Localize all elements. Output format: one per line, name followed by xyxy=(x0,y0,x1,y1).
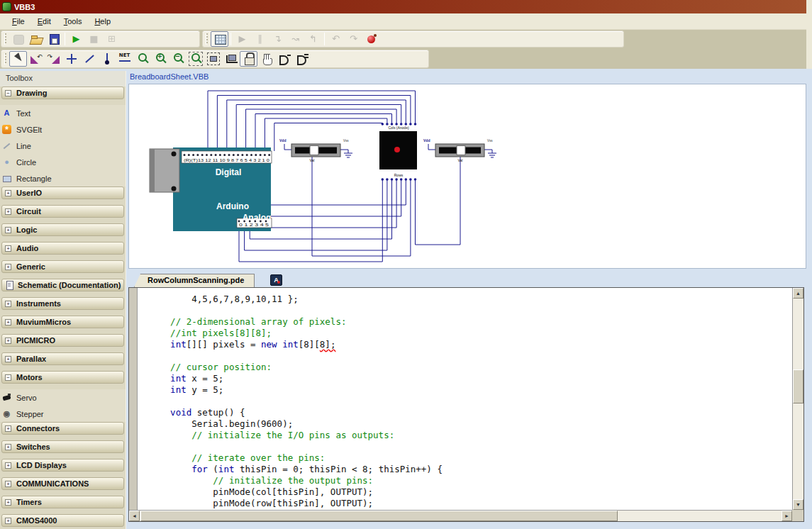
toolbox-item-circle[interactable]: ●Circle xyxy=(0,154,126,170)
toolbox-section-audio[interactable]: +Audio xyxy=(1,242,124,255)
collapse-icon[interactable]: − xyxy=(5,90,11,96)
toolbox-section-lcd-displays[interactable]: +LCD Displays xyxy=(1,459,124,472)
toolbox-section-switches[interactable]: +Switches xyxy=(1,440,124,453)
menu-file[interactable]: File xyxy=(6,15,31,28)
expand-icon[interactable]: + xyxy=(5,356,11,362)
wire[interactable] xyxy=(416,157,461,245)
pin[interactable] xyxy=(386,178,389,181)
line-tool[interactable] xyxy=(80,51,98,67)
expand-icon[interactable]: + xyxy=(5,425,11,432)
toolbox-item-rectangle[interactable]: Rectangle xyxy=(0,170,126,186)
pin[interactable] xyxy=(395,123,398,126)
gate-output-tool[interactable] xyxy=(293,51,311,67)
pin[interactable] xyxy=(400,123,403,126)
pin[interactable] xyxy=(246,154,248,156)
expand-icon[interactable]: + xyxy=(5,301,11,307)
wire[interactable] xyxy=(250,180,391,239)
pin[interactable] xyxy=(215,154,217,156)
pin[interactable] xyxy=(201,154,204,156)
expand-icon[interactable]: + xyxy=(5,264,11,270)
breadboard-tab[interactable]: BreadboardSheet.VBB xyxy=(128,71,806,84)
pin[interactable] xyxy=(386,123,389,126)
step-into-button[interactable]: ↴ xyxy=(269,31,287,47)
pin[interactable] xyxy=(241,154,243,156)
expand-icon[interactable]: + xyxy=(5,499,11,506)
pin[interactable] xyxy=(228,154,230,156)
redo-button[interactable]: ↷ xyxy=(345,31,362,47)
arduino-file-icon[interactable]: A xyxy=(270,274,282,286)
new-button[interactable] xyxy=(9,31,27,47)
toolbox-item-line[interactable]: Line xyxy=(0,138,126,154)
menu-tools[interactable]: Tools xyxy=(57,15,89,28)
pin[interactable] xyxy=(219,154,221,156)
wire[interactable] xyxy=(255,180,396,228)
pin[interactable] xyxy=(265,221,267,223)
debug-pause-button[interactable]: ∥ xyxy=(251,31,269,47)
toolbox-section-communications[interactable]: +COMMUNICATIONS xyxy=(1,477,124,490)
pin[interactable] xyxy=(192,154,194,156)
scroll-right-button[interactable]: ► xyxy=(782,511,792,521)
toolbox-item-stepper[interactable]: ◉Stepper xyxy=(0,406,126,422)
toolbox-section-motors[interactable]: −Motors xyxy=(1,371,124,384)
wire[interactable] xyxy=(340,150,348,153)
pin[interactable] xyxy=(414,123,417,126)
toolbox-section-drawing[interactable]: −Drawing xyxy=(1,87,124,99)
expand-icon[interactable]: + xyxy=(5,208,11,215)
pin[interactable] xyxy=(255,154,257,156)
toolbar-gripper[interactable] xyxy=(4,33,6,45)
toolbar-gripper[interactable] xyxy=(4,53,6,65)
pin[interactable] xyxy=(254,221,256,223)
wire[interactable] xyxy=(260,180,401,228)
code-editor[interactable]: 4,5,6,7,8,9,10,11 }; // 2-dimensional ar… xyxy=(128,287,804,522)
move-tool[interactable] xyxy=(62,51,80,67)
stop-button[interactable]: ■ xyxy=(85,31,103,47)
pin[interactable] xyxy=(405,178,408,181)
stop-debug-button[interactable] xyxy=(362,31,380,47)
zoom-out-tool[interactable]: − xyxy=(169,51,187,67)
pin-tool[interactable] xyxy=(98,51,116,67)
toolbox-section-generic[interactable]: +Generic xyxy=(1,260,124,273)
pin[interactable] xyxy=(391,178,394,181)
wire[interactable] xyxy=(227,100,406,151)
align-chip-tool[interactable] xyxy=(222,51,240,67)
toolbox-item-text[interactable]: AText xyxy=(0,105,126,121)
scroll-left-button[interactable]: ◄ xyxy=(129,511,140,521)
pin[interactable] xyxy=(243,221,245,223)
pin[interactable] xyxy=(223,154,226,156)
toolbox-item-svgelt[interactable]: *SVGElt xyxy=(0,121,126,138)
toolbar-gripper[interactable] xyxy=(206,33,208,45)
toolbox-section-logic[interactable]: +Logic xyxy=(1,223,124,236)
wire[interactable] xyxy=(312,157,411,256)
pin[interactable] xyxy=(260,154,262,156)
step-over-button[interactable]: ↝ xyxy=(287,31,304,47)
wire[interactable] xyxy=(284,144,291,150)
pan-tool[interactable] xyxy=(257,51,275,67)
toolbox-section-timers[interactable]: +Timers xyxy=(1,496,124,508)
pin[interactable] xyxy=(395,178,398,181)
pot-right[interactable]: Vdd Vss Val xyxy=(423,138,493,162)
title-bar[interactable]: VBB3 xyxy=(0,0,806,13)
pin[interactable] xyxy=(382,178,384,181)
toolbox-section-connectors[interactable]: +Connectors xyxy=(1,422,124,435)
rotate-left-tool[interactable] xyxy=(27,51,45,67)
toolbox-section-schematic-documentation-[interactable]: Schematic (Documentation) xyxy=(1,279,124,291)
menu-help[interactable]: Help xyxy=(88,15,117,28)
pin[interactable] xyxy=(233,154,235,156)
pin[interactable] xyxy=(400,178,403,181)
zoom-tool[interactable] xyxy=(133,51,151,67)
pin[interactable] xyxy=(250,154,252,156)
led-matrix[interactable]: Cols (Anode) Rows xyxy=(379,123,417,181)
horizontal-scroll-thumb[interactable] xyxy=(140,511,618,521)
select-tool[interactable] xyxy=(9,51,27,67)
toolbox-section-instruments[interactable]: +Instruments xyxy=(1,297,124,310)
undo-button[interactable]: ↶ xyxy=(327,31,345,47)
pin[interactable] xyxy=(188,154,190,156)
expand-icon[interactable]: + xyxy=(5,245,11,252)
pot-right-handle[interactable] xyxy=(457,146,465,155)
horizontal-scrollbar[interactable]: ◄ ► xyxy=(129,510,792,521)
pin[interactable] xyxy=(409,123,412,126)
pin[interactable] xyxy=(238,221,240,223)
toolbox-section-cmos4000[interactable]: +CMOS4000 xyxy=(1,514,124,527)
pin[interactable] xyxy=(237,154,239,156)
pin[interactable] xyxy=(391,123,394,126)
